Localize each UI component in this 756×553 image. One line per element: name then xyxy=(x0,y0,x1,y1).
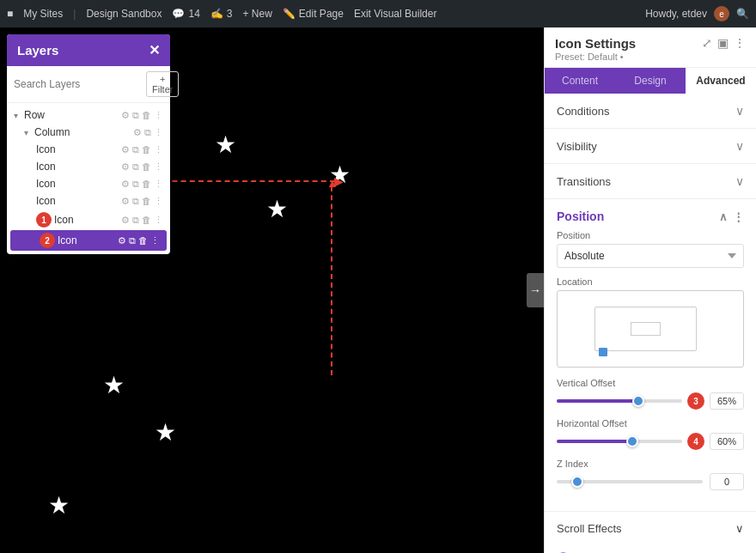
delete-icon-6[interactable]: 🗑 xyxy=(138,235,148,246)
position-select[interactable]: Default Relative Absolute Fixed Sticky xyxy=(557,244,744,268)
layer-row-icon-6[interactable]: 2 Icon ⚙ ⧉ 🗑 ⋮ xyxy=(10,230,167,251)
vertical-offset-value[interactable]: 65% xyxy=(710,392,744,410)
topbar-right: Howdy, etdev e 🔍 xyxy=(645,6,749,21)
location-dot-active[interactable] xyxy=(599,348,607,356)
location-inner-box2 xyxy=(631,322,661,335)
delete-icon-row[interactable]: 🗑 xyxy=(142,110,151,120)
settings-icon-row[interactable]: ⚙ xyxy=(121,110,130,121)
delete-icon-4[interactable]: 🗑 xyxy=(142,196,151,206)
sandbox-label: Design Sandbox xyxy=(86,8,162,20)
layer-row-icon-2[interactable]: Icon ⚙ ⧉ 🗑 ⋮ xyxy=(7,158,170,175)
delete-icon-5[interactable]: 🗑 xyxy=(142,215,151,225)
canvas-collapse-button[interactable]: → xyxy=(527,273,544,307)
copy-icon-5[interactable]: ⧉ xyxy=(132,215,139,226)
vertical-offset-thumb[interactable] xyxy=(632,395,644,407)
settings-icon-4[interactable]: ⚙ xyxy=(121,196,130,207)
settings-icon-6[interactable]: ⚙ xyxy=(118,235,126,246)
copy-icon-col[interactable]: ⧉ xyxy=(144,127,151,138)
horizontal-offset-track[interactable] xyxy=(557,440,682,443)
exit-vb-link[interactable]: Exit Visual Builder xyxy=(354,8,437,20)
more-icon-row[interactable]: ⋮ xyxy=(154,110,163,121)
layer-row-icon-4[interactable]: Icon ⚙ ⧉ 🗑 ⋮ xyxy=(7,192,170,210)
visibility-header[interactable]: Visibility ∨ xyxy=(545,129,756,163)
layers-header: Layers ✕ xyxy=(7,34,170,66)
position-collapse-icon[interactable]: ∧ xyxy=(719,210,728,223)
my-sites-link[interactable]: My Sites xyxy=(23,8,63,20)
more-icon-4[interactable]: ⋮ xyxy=(154,196,163,207)
more-icon-1[interactable]: ⋮ xyxy=(154,144,163,155)
tab-advanced[interactable]: Advanced xyxy=(686,68,756,94)
copy-icon-2[interactable]: ⧉ xyxy=(132,161,139,173)
settings-icon-col[interactable]: ⚙ xyxy=(133,127,142,138)
vertical-offset-track[interactable] xyxy=(557,399,682,403)
z-index-thumb[interactable] xyxy=(571,476,583,488)
tab-design[interactable]: Design xyxy=(615,68,686,94)
transitions-section: Transitions ∨ xyxy=(545,164,756,199)
layer-row-icon-1[interactable]: Icon ⚙ ⧉ 🗑 ⋮ xyxy=(7,141,170,158)
link-row[interactable]: 🔵 Link xyxy=(545,545,756,553)
horizontal-offset-thumb[interactable] xyxy=(626,435,638,447)
copy-icon-row[interactable]: ⧉ xyxy=(132,110,139,121)
z-index-track[interactable] xyxy=(557,480,703,483)
wp-logo[interactable]: ■ xyxy=(7,8,13,20)
layer-row-column[interactable]: ▾ Column ⚙ ⧉ ⋮ xyxy=(7,124,170,141)
updates-link[interactable]: ✍ 3 xyxy=(210,8,233,20)
more-icon-2[interactable]: ⋮ xyxy=(154,161,163,173)
comments-link[interactable]: 💬 14 xyxy=(172,8,199,20)
tab-content[interactable]: Content xyxy=(545,68,615,94)
transitions-header[interactable]: Transitions ∨ xyxy=(545,164,756,198)
copy-icon-4[interactable]: ⧉ xyxy=(132,196,139,207)
canvas-area[interactable]: ★ ★ ★ ★ ★ ★ Layers ✕ + Filter ▾ xyxy=(0,27,544,553)
howdy-label: Howdy, etdev xyxy=(645,8,707,20)
layer-label-icon4: Icon xyxy=(36,195,121,207)
user-avatar[interactable]: e xyxy=(714,6,729,21)
conditions-header[interactable]: Conditions ∨ xyxy=(545,94,756,128)
copy-icon-6[interactable]: ⧉ xyxy=(129,235,136,246)
layers-close-button[interactable]: ✕ xyxy=(149,44,160,58)
vertical-offset-row: Vertical Offset 3 65% xyxy=(557,378,744,410)
horizontal-offset-value[interactable]: 60% xyxy=(710,433,744,450)
arrow-horizontal xyxy=(155,180,335,182)
settings-icon-5[interactable]: ⚙ xyxy=(121,215,130,226)
layer-row-icon-3[interactable]: Icon ⚙ ⧉ 🗑 ⋮ xyxy=(7,175,170,192)
delete-icon-2[interactable]: 🗑 xyxy=(142,161,151,172)
search-icon[interactable]: 🔍 xyxy=(736,8,749,20)
main-layout: ★ ★ ★ ★ ★ ★ Layers ✕ + Filter ▾ xyxy=(0,27,756,553)
star-3: ★ xyxy=(266,195,288,223)
position-field-label: Position xyxy=(557,230,744,240)
more-options-icon[interactable]: ⋮ xyxy=(734,36,746,50)
more-icon-6[interactable]: ⋮ xyxy=(150,235,160,246)
settings-icon-2[interactable]: ⚙ xyxy=(121,161,130,173)
sep1: | xyxy=(73,8,76,20)
z-index-input[interactable] xyxy=(710,473,744,490)
sidebar-icon[interactable]: ▣ xyxy=(717,36,729,50)
position-more-icon[interactable]: ⋮ xyxy=(733,210,744,223)
scroll-effects-section[interactable]: Scroll Effects ∨ xyxy=(545,511,756,545)
edit-page-link[interactable]: ✏️ Edit Page xyxy=(283,8,344,20)
delete-icon-1[interactable]: 🗑 xyxy=(142,144,151,155)
layer-label-icon3: Icon xyxy=(36,178,121,190)
settings-icon-1[interactable]: ⚙ xyxy=(121,144,130,155)
layer-label-row: Row xyxy=(24,109,121,121)
more-icon-3[interactable]: ⋮ xyxy=(154,179,163,190)
delete-icon-3[interactable]: 🗑 xyxy=(142,179,151,189)
copy-icon-3[interactable]: ⧉ xyxy=(132,179,139,190)
settings-icon-3[interactable]: ⚙ xyxy=(121,179,130,190)
layers-filter-button[interactable]: + Filter xyxy=(146,71,179,97)
copy-icon-1[interactable]: ⧉ xyxy=(132,144,139,155)
more-icon-5[interactable]: ⋮ xyxy=(154,215,163,226)
expand-icon[interactable]: ⤢ xyxy=(702,36,712,50)
horizontal-offset-fill xyxy=(557,440,632,443)
new-link[interactable]: + New xyxy=(243,8,272,20)
sandbox-link[interactable]: Design Sandbox xyxy=(86,8,162,20)
layer-actions-row: ⚙ ⧉ 🗑 ⋮ xyxy=(121,110,163,121)
vertical-offset-label: Vertical Offset xyxy=(557,378,744,388)
more-icon-col[interactable]: ⋮ xyxy=(154,127,163,138)
layers-search-input[interactable] xyxy=(14,78,143,90)
topbar: ■ My Sites | Design Sandbox 💬 14 ✍ 3 + N… xyxy=(0,0,756,27)
layer-row-row[interactable]: ▾ Row ⚙ ⧉ 🗑 ⋮ xyxy=(7,106,170,124)
star-6: ★ xyxy=(48,491,70,520)
conditions-chevron: ∨ xyxy=(735,104,744,118)
position-section-title: Position ∧ ⋮ xyxy=(557,199,744,230)
layer-row-icon-5[interactable]: 1 Icon ⚙ ⧉ 🗑 ⋮ xyxy=(7,210,170,230)
